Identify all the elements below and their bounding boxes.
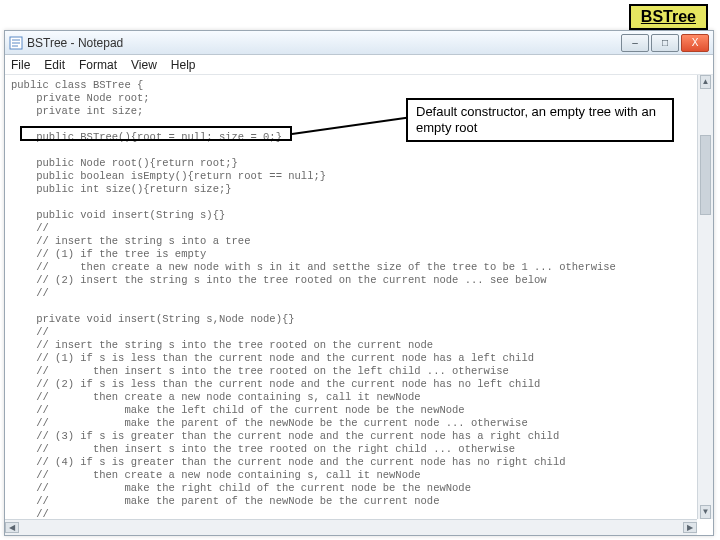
window-buttons: – □ X	[621, 34, 709, 52]
menu-format[interactable]: Format	[79, 58, 117, 72]
scroll-up-arrow-icon[interactable]: ▲	[700, 75, 711, 89]
highlight-box	[20, 126, 292, 141]
scroll-down-arrow-icon[interactable]: ▼	[700, 505, 711, 519]
close-button[interactable]: X	[681, 34, 709, 52]
code-content: public class BSTree { private Node root;…	[11, 79, 691, 519]
menu-help[interactable]: Help	[171, 58, 196, 72]
scroll-left-arrow-icon[interactable]: ◀	[5, 522, 19, 533]
titlebar: BSTree - Notepad – □ X	[5, 31, 713, 55]
menu-view[interactable]: View	[131, 58, 157, 72]
scroll-right-arrow-icon[interactable]: ▶	[683, 522, 697, 533]
menu-file[interactable]: File	[11, 58, 30, 72]
maximize-button[interactable]: □	[651, 34, 679, 52]
menubar: File Edit Format View Help	[5, 55, 713, 75]
horizontal-scrollbar[interactable]: ◀ ▶	[5, 519, 697, 535]
menu-edit[interactable]: Edit	[44, 58, 65, 72]
minimize-button[interactable]: –	[621, 34, 649, 52]
notepad-icon	[9, 36, 23, 50]
slide-label: BSTree	[629, 4, 708, 30]
annotation-callout: Default constructor, an empty tree with …	[406, 98, 674, 142]
scroll-thumb[interactable]	[700, 135, 711, 215]
vertical-scrollbar[interactable]: ▲ ▼	[697, 75, 713, 519]
annotation-text: Default constructor, an empty tree with …	[416, 104, 656, 135]
window-title: BSTree - Notepad	[27, 36, 621, 50]
